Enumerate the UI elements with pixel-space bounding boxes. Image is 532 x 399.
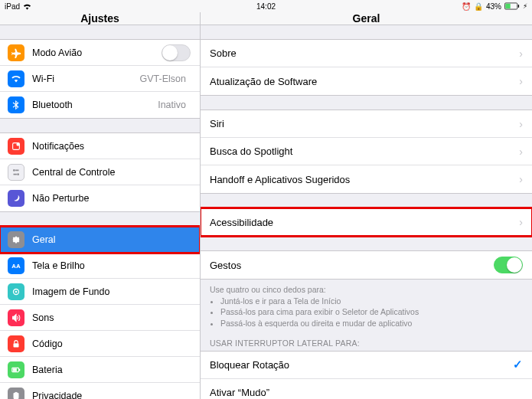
charging-icon: ⚡︎ xyxy=(523,2,527,10)
sidebar-item-label: Privacidade xyxy=(32,391,191,399)
sidebar-item-notifications[interactable]: Notificações xyxy=(0,133,200,159)
bluetooth-icon xyxy=(8,96,24,113)
chevron-right-icon: › xyxy=(519,76,523,87)
chevron-right-icon: › xyxy=(519,174,523,185)
sidebar-item-control-center[interactable]: Central de Controle xyxy=(0,159,200,185)
svg-text:AA: AA xyxy=(11,262,21,269)
sidebar-item-label: Imagem de Fundo xyxy=(32,286,191,297)
sidebar-item-dnd[interactable]: Não Perturbe xyxy=(0,185,200,211)
chevron-right-icon: › xyxy=(519,146,523,157)
svg-rect-14 xyxy=(19,368,20,371)
clock: 14:02 xyxy=(256,2,276,11)
battery-icon xyxy=(504,2,520,10)
general-accessibility[interactable]: Acessibilidade › xyxy=(201,208,532,236)
sidebar-item-display[interactable]: AA Tela e Brilho xyxy=(0,253,200,279)
chevron-right-icon: › xyxy=(519,119,523,129)
sidebar-item-label: Geral xyxy=(32,234,191,245)
bluetooth-value: Inativo xyxy=(158,100,186,110)
display-icon: AA xyxy=(8,257,24,274)
sidebar-item-wallpaper[interactable]: Imagem de Fundo xyxy=(0,279,200,305)
checkmark-icon: ✓ xyxy=(513,358,523,371)
status-bar: iPad 14:02 ⏰ 🔒 43% ⚡︎ xyxy=(0,0,532,12)
sidebar-item-passcode[interactable]: Código xyxy=(0,331,200,357)
svg-point-7 xyxy=(17,173,19,175)
passcode-icon xyxy=(8,335,24,352)
svg-rect-2 xyxy=(518,5,519,8)
svg-point-4 xyxy=(16,142,19,146)
wallpaper-icon xyxy=(8,283,24,300)
gestures-footer: Use quatro ou cinco dedos para: Juntá-lo… xyxy=(201,280,532,329)
svg-point-11 xyxy=(15,290,18,293)
orientation-lock-icon: 🔒 xyxy=(474,2,483,11)
sidebar-item-bluetooth[interactable]: Bluetooth Inativo xyxy=(0,92,200,118)
side-switch-mute[interactable]: Ativar “Mudo” xyxy=(201,379,532,399)
general-spotlight[interactable]: Busca do Spotlight › xyxy=(201,138,532,165)
wifi-value: GVT-Elson xyxy=(140,74,186,84)
sidebar-item-label: Bluetooth xyxy=(32,100,158,110)
svg-rect-15 xyxy=(13,368,17,371)
sidebar-item-privacy[interactable]: Privacidade xyxy=(0,383,200,399)
dnd-icon xyxy=(8,190,24,207)
sidebar-item-label: Notificações xyxy=(32,141,191,152)
sidebar-item-label: Sons xyxy=(32,312,191,323)
general-siri[interactable]: Siri › xyxy=(201,110,532,138)
wifi-icon xyxy=(8,70,24,87)
sidebar-item-label: Central de Controle xyxy=(32,167,191,178)
sounds-icon xyxy=(8,309,24,326)
sidebar-item-general[interactable]: Geral xyxy=(0,227,200,253)
general-software-update[interactable]: Atualização de Software › xyxy=(201,67,532,95)
svg-rect-1 xyxy=(505,4,510,8)
wifi-status-icon xyxy=(23,3,31,10)
battery-settings-icon xyxy=(8,361,24,378)
gestures-toggle[interactable] xyxy=(494,257,523,273)
sidebar-item-label: Código xyxy=(32,338,191,349)
device-label: iPad xyxy=(5,2,20,11)
privacy-icon xyxy=(8,388,24,399)
svg-rect-12 xyxy=(14,343,19,347)
detail-pane: Geral Sobre › Atualização de Software › … xyxy=(201,12,532,399)
airplane-toggle[interactable] xyxy=(162,44,191,61)
general-about[interactable]: Sobre › xyxy=(201,40,532,67)
chevron-right-icon: › xyxy=(519,48,523,59)
sidebar-item-airplane[interactable]: Modo Avião xyxy=(0,40,200,66)
general-handoff[interactable]: Handoff e Aplicativos Sugeridos › xyxy=(201,165,532,193)
svg-rect-8 xyxy=(14,173,17,175)
sidebar-item-label: Wi-Fi xyxy=(32,74,140,84)
sidebar-title: Ajustes xyxy=(0,12,200,25)
sidebar-item-sounds[interactable]: Sons xyxy=(0,305,200,331)
sidebar-item-label: Tela e Brilho xyxy=(32,260,191,271)
sidebar-item-label: Não Perturbe xyxy=(32,193,191,204)
gear-icon xyxy=(8,231,24,248)
svg-rect-6 xyxy=(15,169,18,171)
chevron-right-icon: › xyxy=(519,217,523,227)
sidebar-item-battery[interactable]: Bateria xyxy=(0,357,200,383)
general-gestures[interactable]: Gestos xyxy=(201,251,532,279)
sidebar-item-label: Bateria xyxy=(32,365,191,375)
control-center-icon xyxy=(8,164,24,181)
battery-percent: 43% xyxy=(486,2,501,11)
sidebar-item-label: Modo Avião xyxy=(32,47,162,58)
side-switch-lock-rotation[interactable]: Bloquear Rotação ✓ xyxy=(201,352,532,379)
sidebar-item-wifi[interactable]: Wi-Fi GVT-Elson xyxy=(0,66,200,92)
notifications-icon xyxy=(8,138,24,155)
svg-point-5 xyxy=(13,169,15,172)
detail-title: Geral xyxy=(201,12,532,25)
airplane-icon xyxy=(8,44,24,61)
alarm-icon: ⏰ xyxy=(462,2,471,11)
side-switch-header: USAR INTERRUPTOR LATERAL PARA: xyxy=(201,329,532,351)
settings-sidebar: Ajustes Modo Avião Wi-Fi GVT-Elson Bluet… xyxy=(0,12,201,399)
